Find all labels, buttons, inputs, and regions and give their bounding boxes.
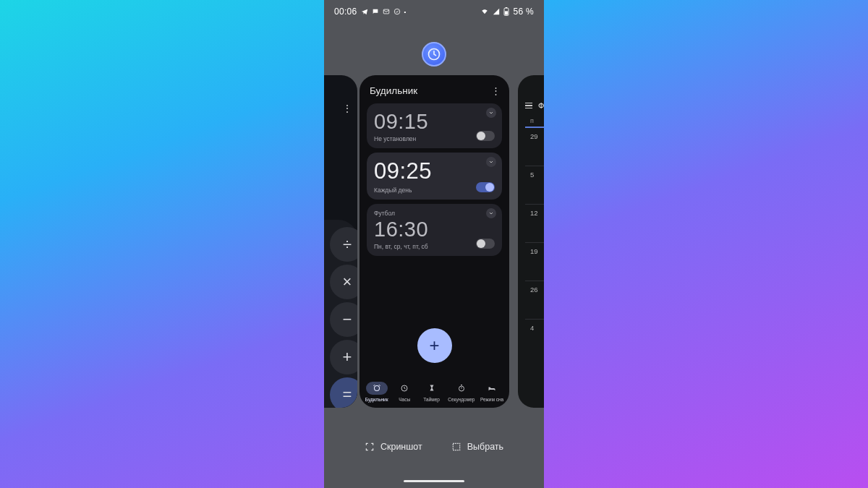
status-dot-icon: •	[404, 9, 407, 15]
alarm-time[interactable]: 09:15	[374, 111, 495, 132]
recents-actions: Скриншот Выбрать	[324, 442, 544, 452]
calculator-keypad: ÷ × − + =	[324, 220, 357, 408]
select-icon	[451, 442, 461, 452]
plus-icon: +	[429, 335, 439, 356]
chevron-down-icon	[488, 210, 494, 216]
clock-icon	[427, 47, 441, 61]
nav-alarm[interactable]: Будильник	[365, 382, 388, 402]
hourglass-icon	[427, 384, 436, 393]
battery-icon	[503, 7, 509, 16]
calendar-day[interactable]: 26	[525, 281, 544, 317]
clock-icon	[400, 384, 409, 393]
recents-card-calendar[interactable]: Ф п 29 5 12 19 26 4	[518, 75, 544, 408]
status-time: 00:06	[334, 7, 357, 17]
status-bar: 00:06 • 56 %	[324, 0, 544, 23]
screenshot-button[interactable]: Скриншот	[365, 442, 422, 452]
calc-equals-button[interactable]: =	[330, 377, 357, 408]
gesture-nav-bar[interactable]	[404, 480, 464, 483]
alarm-toggle[interactable]	[476, 239, 495, 249]
signal-icon	[493, 8, 500, 15]
telegram-icon	[361, 8, 368, 15]
more-icon[interactable]: ⋮	[342, 103, 352, 114]
recents-area: ⋮ ÷ × − + = Ф п	[324, 75, 544, 408]
calendar-day[interactable]: 4	[525, 320, 544, 355]
svg-rect-4	[506, 7, 507, 8]
nav-label: Будильник	[365, 397, 388, 402]
recents-card-calculator[interactable]: ⋮ ÷ × − + =	[324, 75, 357, 408]
select-button[interactable]: Выбрать	[451, 442, 503, 452]
alarm-toggle[interactable]	[476, 131, 495, 141]
calendar-day[interactable]: 5	[525, 166, 544, 202]
screenshot-label: Скриншот	[380, 442, 422, 452]
alarm-time[interactable]: 16:30	[374, 218, 495, 240]
recents-card-clock[interactable]: Будильник ⋮ 09:15 Не установлен	[359, 75, 509, 408]
nav-stopwatch[interactable]: Секундомер	[448, 382, 475, 402]
more-icon[interactable]: ⋮	[491, 85, 501, 96]
calc-multiply-button[interactable]: ×	[330, 265, 357, 299]
alarm-item[interactable]: 09:25 Каждый день	[367, 153, 502, 200]
calc-plus-button[interactable]: +	[330, 340, 357, 374]
nav-timer[interactable]: Таймер	[421, 382, 443, 402]
svg-rect-3	[505, 11, 508, 14]
nav-label: Режим сна	[480, 397, 503, 402]
alarm-icon	[373, 384, 381, 393]
alarm-time[interactable]: 09:25	[374, 160, 495, 184]
svg-rect-8	[453, 443, 459, 450]
bed-icon	[488, 384, 496, 393]
select-label: Выбрать	[467, 442, 503, 452]
alarm-label: Футбол	[374, 210, 495, 217]
check-circle-icon	[393, 8, 401, 15]
wifi-icon	[480, 8, 489, 15]
alarm-item[interactable]: Футбол 16:30 Пн, вт, ср, чт, пт, сб	[367, 204, 502, 256]
nav-clock[interactable]: Часы	[393, 382, 415, 402]
add-alarm-button[interactable]: +	[417, 328, 452, 363]
mail-icon	[383, 8, 390, 15]
page-title: Будильник	[370, 85, 417, 96]
expand-alarm-button[interactable]	[486, 108, 496, 118]
chevron-down-icon	[488, 110, 494, 116]
phone-frame: 00:06 • 56 % ⋮	[324, 0, 544, 488]
nav-bedtime[interactable]: Режим сна	[480, 382, 503, 402]
nav-label: Таймер	[423, 397, 440, 402]
calc-minus-button[interactable]: −	[330, 302, 357, 337]
calendar-day[interactable]: 19	[525, 243, 544, 278]
calendar-day-header: п	[525, 117, 544, 124]
nav-label: Часы	[399, 397, 410, 402]
chat-icon	[372, 8, 379, 15]
calc-divide-button[interactable]: ÷	[330, 227, 357, 262]
calendar-day[interactable]: 29	[525, 128, 544, 163]
calendar-month-letter: Ф	[538, 101, 544, 110]
calendar-day[interactable]: 12	[525, 205, 544, 240]
screenshot-icon	[365, 442, 375, 452]
chevron-down-icon	[488, 159, 494, 165]
stopwatch-icon	[457, 384, 466, 393]
nav-label: Секундомер	[448, 397, 475, 402]
expand-alarm-button[interactable]	[486, 208, 496, 218]
alarm-list: 09:15 Не установлен 09:25 Каждый день	[359, 103, 509, 256]
alarm-toggle[interactable]	[476, 182, 495, 192]
status-battery-text: 56 %	[513, 7, 534, 17]
alarm-item[interactable]: 09:15 Не установлен	[367, 103, 502, 148]
bottom-nav: Будильник Часы Таймер Секундомер	[359, 382, 509, 402]
hamburger-icon[interactable]	[525, 103, 532, 109]
app-icon-clock[interactable]	[422, 42, 446, 67]
svg-point-1	[394, 9, 400, 14]
